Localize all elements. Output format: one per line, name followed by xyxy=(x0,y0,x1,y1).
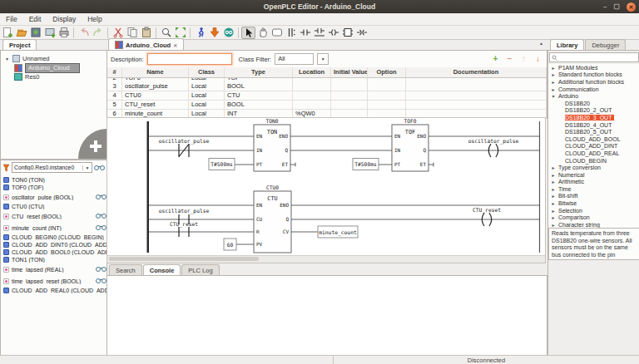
add-element-button[interactable] xyxy=(78,129,106,159)
project-tree-pou[interactable]: Arduino_Cloud xyxy=(1,63,106,72)
combo-arrow-icon[interactable]: ▼ xyxy=(82,165,92,170)
open-file-icon[interactable] xyxy=(14,27,28,39)
ld-motion-hand-icon[interactable] xyxy=(255,27,270,39)
pou-rename-input[interactable]: Arduino_Cloud xyxy=(25,63,80,73)
debug-instance-icon[interactable] xyxy=(94,165,105,170)
table-row[interactable]: 3oscillator_pulseLocalBOOL xyxy=(107,82,547,91)
save-icon[interactable] xyxy=(28,27,42,39)
ld-rung-icon[interactable] xyxy=(312,27,326,39)
ladder-canvas[interactable]: oscillator_pulse TON0 TON EN IN PT ENO Q… xyxy=(106,117,546,263)
project-tree-resource[interactable]: Res0 xyxy=(1,72,106,81)
tab-debugger[interactable]: Debugger xyxy=(585,39,626,51)
ld-literal-60[interactable]: 60 xyxy=(224,239,236,250)
instance-item[interactable]: CTU_reset (BOOL) xyxy=(1,210,106,222)
ld-connection-icon[interactable] xyxy=(354,27,369,39)
ld-coil-oscillator-pulse[interactable]: oscillator_pulse xyxy=(468,138,519,158)
expander-icon[interactable]: ▾ xyxy=(4,56,10,61)
close-icon[interactable]: ✕ xyxy=(627,2,636,12)
table-row-clipped[interactable]: 2TOF0LocalTOF xyxy=(107,78,547,82)
library-item[interactable]: DS18B20_2_OUT xyxy=(548,107,639,115)
library-item[interactable]: CLOUD_ADD_BOOL xyxy=(548,135,639,143)
ld-contact-ctu-reset[interactable]: CTU_reset xyxy=(170,221,198,237)
move-up-button[interactable]: ↑ xyxy=(518,54,529,64)
instance-item[interactable]: CLOUD_ADD_DINT0 (CLOUD_ADD_DINT) xyxy=(1,241,106,248)
ld-block-icon[interactable] xyxy=(340,27,354,39)
menu-help[interactable]: Help xyxy=(82,15,107,23)
print-icon[interactable] xyxy=(57,27,71,39)
library-category[interactable]: ▸P1AM Modules xyxy=(548,64,639,71)
table-row[interactable]: 4CTU0LocalCTU xyxy=(107,91,547,101)
library-item-selected[interactable]: DS18B20_3_OUT xyxy=(548,114,639,121)
library-category[interactable]: ▸Selection xyxy=(548,207,639,214)
instance-item[interactable]: TON0 (TON) xyxy=(1,176,106,184)
instance-item[interactable]: TON1 (TON) xyxy=(1,256,106,263)
tab-library[interactable]: Library xyxy=(550,39,584,51)
tab-plc-log[interactable]: PLC Log xyxy=(181,264,219,276)
simulate-run-icon[interactable] xyxy=(193,27,207,39)
library-category[interactable]: ▸Comparison xyxy=(548,214,639,221)
connect-icon[interactable] xyxy=(221,27,235,39)
library-item[interactable]: DS18B20 xyxy=(548,100,639,107)
instance-item[interactable]: time_lapsed_reset (BOOL) xyxy=(1,275,106,287)
watch-glasses-icon[interactable] xyxy=(96,267,106,272)
undo-icon[interactable] xyxy=(77,27,91,39)
library-category[interactable]: ▸Bit-shift xyxy=(548,193,639,200)
left-powerrail[interactable] xyxy=(147,121,150,253)
ld-literal-t500ms-1[interactable]: T#500ms xyxy=(209,159,235,170)
library-category[interactable]: ▸Type conversion xyxy=(548,164,639,171)
library-item[interactable]: CLOUD_ADD_DINT xyxy=(548,143,639,150)
tab-close-icon[interactable]: ✕ xyxy=(173,42,177,48)
ladder-hscrollbar[interactable] xyxy=(107,255,545,263)
upload-transfer-icon[interactable] xyxy=(207,27,221,39)
ld-variable-minute-count[interactable]: minute_count xyxy=(318,226,358,238)
ld-literal-t500ms-2[interactable]: T#500ms xyxy=(353,159,379,170)
ld-comment-icon[interactable] xyxy=(270,27,284,39)
tab-search[interactable]: Search xyxy=(109,264,142,276)
ld-select-cursor-icon[interactable] xyxy=(241,27,255,39)
ld-block-ton0[interactable]: TON0 TON EN IN PT ENO Q ET xyxy=(254,118,290,171)
instance-item[interactable]: CLOUD_ADD_BOOL0 (CLOUD_ADD_BOOL) xyxy=(1,248,106,256)
menu-edit[interactable]: Edit xyxy=(23,15,47,23)
maximize-icon[interactable]: ▢ xyxy=(613,1,620,12)
library-item[interactable]: DS18B20_4_OUT xyxy=(548,121,639,129)
project-tree-root[interactable]: ▾ Unnamed xyxy=(1,54,106,63)
copy-icon[interactable] xyxy=(125,27,139,39)
titlebar[interactable]: OpenPLC Editor - Arduino_Cloud – ▢ ✕ xyxy=(0,0,639,13)
paste-icon[interactable] xyxy=(139,27,153,39)
ld-block-tof0[interactable]: TOF0 TOF EN IN PT ENO Q ET xyxy=(392,118,428,171)
table-row[interactable]: 5CTU_resetLocalBOOL xyxy=(107,101,547,110)
library-search-input[interactable] xyxy=(549,52,639,62)
instance-selector[interactable]: Config0.Res0.instance0 ▼ xyxy=(12,162,92,173)
instance-item[interactable]: CTU0 (CTU) xyxy=(1,203,106,210)
move-down-button[interactable]: ↓ xyxy=(532,54,543,64)
ld-coil-ctu-reset[interactable]: CTU_reset xyxy=(473,207,501,227)
library-item[interactable]: CLOUD_ADD_REAL xyxy=(548,150,639,157)
tab-scroll-up-icon[interactable]: ▲ xyxy=(539,41,543,46)
instance-item[interactable]: TOF0 (TOF) xyxy=(1,184,106,191)
instance-item[interactable]: CLOUD_ADD_REAL0 (CLOUD_ADD_REAL) xyxy=(1,287,106,294)
cut-icon[interactable] xyxy=(111,27,125,39)
library-category[interactable]: ▸Bitwise xyxy=(548,199,639,207)
tab-project[interactable]: Project xyxy=(2,39,37,51)
description-input[interactable] xyxy=(147,53,232,65)
instance-item[interactable]: CLOUD_BEGIN0 (CLOUD_BEGIN) xyxy=(1,234,106,241)
library-category[interactable]: ▸Communication xyxy=(548,86,639,93)
class-filter-arrow-icon[interactable]: ▼ xyxy=(317,53,329,65)
library-item[interactable]: CLOUD_BEGIN xyxy=(548,157,639,165)
instance-item[interactable]: minute_count (INT) xyxy=(1,222,106,234)
ld-coil-icon[interactable] xyxy=(326,27,340,39)
library-category[interactable]: ▾Arduino xyxy=(548,92,639,100)
ld-block-ctu0[interactable]: CTU0 CTU EN CU R PV ENO Q CV xyxy=(254,184,291,253)
tab-arduino-cloud[interactable]: Arduino_Cloud ✕ xyxy=(108,38,184,51)
menu-file[interactable]: File xyxy=(0,15,23,23)
menu-display[interactable]: Display xyxy=(47,15,82,23)
instance-item[interactable]: oscillator_pulse (BOOL) xyxy=(1,191,106,203)
instance-item[interactable]: time_lapsed (REAL) xyxy=(1,263,106,275)
library-category[interactable]: ▸Arithmetic xyxy=(548,179,639,186)
watch-glasses-icon[interactable] xyxy=(96,214,106,219)
ld-contact-icon[interactable] xyxy=(298,27,312,39)
console-output[interactable] xyxy=(106,275,547,356)
library-category[interactable]: ▸Character string xyxy=(548,221,639,228)
library-category[interactable]: ▸Numerical xyxy=(548,171,639,179)
add-variable-button[interactable]: + xyxy=(490,54,501,64)
